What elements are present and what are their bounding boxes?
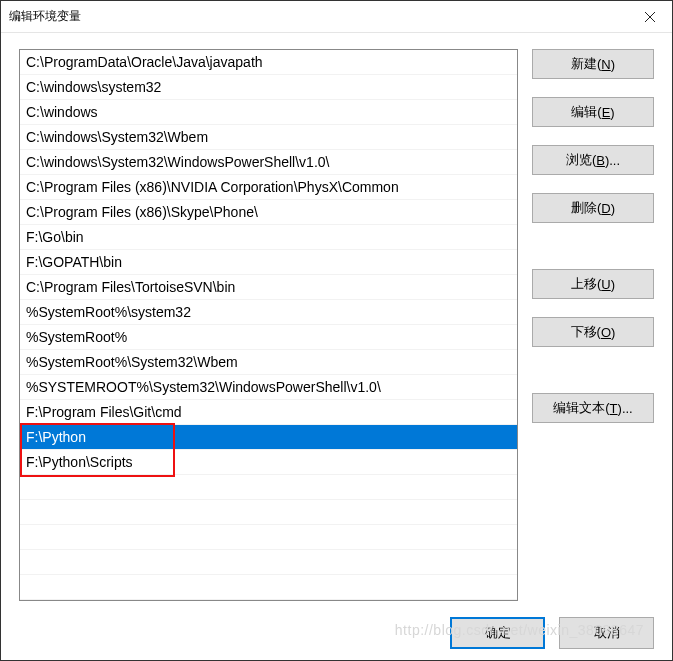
move-up-button[interactable]: 上移(U) — [532, 269, 654, 299]
list-item[interactable]: F:\Program Files\Git\cmd — [20, 400, 517, 425]
list-item-empty — [20, 500, 517, 525]
list-item[interactable]: C:\ProgramData\Oracle\Java\javapath — [20, 50, 517, 75]
list-item-empty — [20, 550, 517, 575]
close-button[interactable] — [627, 1, 672, 33]
cancel-button[interactable]: 取消 — [559, 617, 654, 649]
list-item-empty — [20, 525, 517, 550]
edit-button[interactable]: 编辑(E) — [532, 97, 654, 127]
list-item[interactable]: %SYSTEMROOT%\System32\WindowsPowerShell\… — [20, 375, 517, 400]
list-item[interactable]: C:\Program Files (x86)\NVIDIA Corporatio… — [20, 175, 517, 200]
delete-button[interactable]: 删除(D) — [532, 193, 654, 223]
edit-text-button[interactable]: 编辑文本(T)... — [532, 393, 654, 423]
list-item-empty — [20, 475, 517, 500]
new-button[interactable]: 新建(N) — [532, 49, 654, 79]
environment-variable-dialog: 编辑环境变量 C:\ProgramData\Oracle\Java\javapa… — [0, 0, 673, 661]
browse-button[interactable]: 浏览(B)... — [532, 145, 654, 175]
ok-button[interactable]: 确定 — [450, 617, 545, 649]
list-item[interactable]: F:\GOPATH\bin — [20, 250, 517, 275]
list-item[interactable]: C:\Program Files (x86)\Skype\Phone\ — [20, 200, 517, 225]
side-button-panel: 新建(N) 编辑(E) 浏览(B)... 删除(D) 上移(U) 下移(O) — [532, 49, 654, 601]
list-item[interactable]: F:\Python\Scripts — [20, 450, 517, 475]
list-item-empty — [20, 575, 517, 600]
list-item[interactable]: C:\Program Files\TortoiseSVN\bin — [20, 275, 517, 300]
titlebar: 编辑环境变量 — [1, 1, 672, 33]
list-item[interactable]: %SystemRoot%\System32\Wbem — [20, 350, 517, 375]
list-item[interactable]: %SystemRoot%\system32 — [20, 300, 517, 325]
list-item[interactable]: F:\Go\bin — [20, 225, 517, 250]
list-item[interactable]: F:\Python — [20, 425, 517, 450]
list-item[interactable]: C:\windows\System32\WindowsPowerShell\v1… — [20, 150, 517, 175]
list-item[interactable]: C:\windows — [20, 100, 517, 125]
dialog-title: 编辑环境变量 — [9, 8, 81, 25]
path-listbox[interactable]: C:\ProgramData\Oracle\Java\javapathC:\wi… — [19, 49, 518, 601]
list-item[interactable]: C:\windows\System32\Wbem — [20, 125, 517, 150]
dialog-body: C:\ProgramData\Oracle\Java\javapathC:\wi… — [1, 33, 672, 607]
dialog-footer: 确定 取消 — [1, 607, 672, 661]
list-item[interactable]: %SystemRoot% — [20, 325, 517, 350]
list-item[interactable]: C:\windows\system32 — [20, 75, 517, 100]
move-down-button[interactable]: 下移(O) — [532, 317, 654, 347]
close-icon — [645, 12, 655, 22]
